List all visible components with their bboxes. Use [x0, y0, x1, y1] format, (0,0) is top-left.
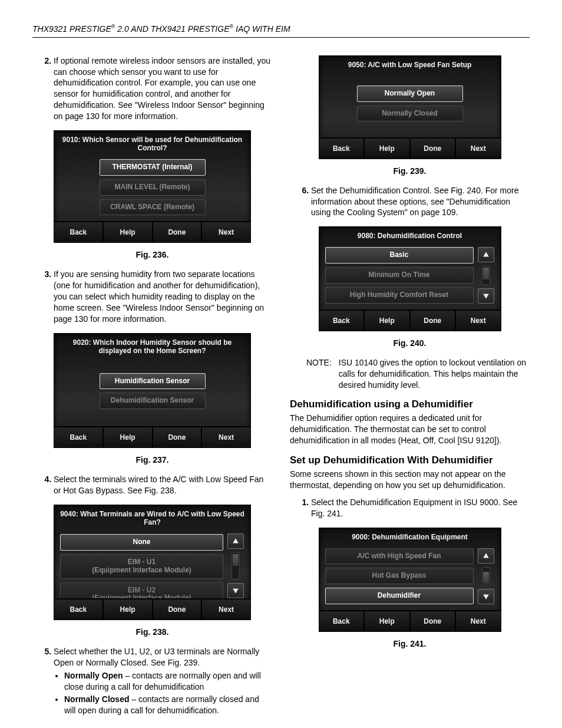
svg-marker-0 — [233, 538, 239, 543]
li5-text: Select whether the U1, U2, or U3 termina… — [54, 647, 259, 667]
option-ac-high-speed-fan[interactable]: A/C with High Speed Fan — [325, 548, 474, 565]
scrollbar[interactable] — [477, 247, 495, 303]
opt-line2: (Equipment Interface Module) — [92, 594, 191, 598]
next-button[interactable]: Next — [202, 427, 250, 447]
li2-text: If optional remote wireless indoor senso… — [54, 56, 270, 121]
back-button[interactable]: Back — [54, 427, 104, 447]
help-button[interactable]: Help — [365, 611, 411, 631]
next-button[interactable]: Next — [456, 611, 501, 631]
paragraph-some-screens: Some screens shown in this section may n… — [290, 469, 530, 491]
help-button[interactable]: Help — [365, 311, 411, 331]
screen-9000: 9000: Dehumidification Equipment A/C wit… — [319, 528, 501, 632]
next-button[interactable]: Next — [456, 139, 501, 159]
opt-line1: EIM - U1 — [128, 558, 156, 566]
scroll-track[interactable] — [232, 552, 240, 579]
navbar: Back Help Done Next — [54, 426, 250, 447]
screen-9080: 9080: Dehumidification Control Basic Min… — [319, 226, 501, 331]
list-item-6: Set the Dehumidification Control. See Fi… — [311, 185, 530, 219]
bullet-normally-open: Normally Open – contacts are normally op… — [64, 670, 272, 693]
chevron-down-icon — [482, 593, 490, 600]
scroll-up-button[interactable] — [227, 533, 244, 549]
svg-marker-5 — [483, 594, 489, 599]
option-minimum-on-time[interactable]: Minimum On Time — [325, 267, 474, 284]
li6-text: Set the Dehumidification Control. See Fi… — [311, 186, 519, 218]
fig-239-caption: Fig. 239. — [290, 166, 530, 176]
chevron-down-icon — [232, 587, 239, 594]
header-text: THX9321 PRESTIGE® 2.0 AND THX9421 PRESTI… — [32, 24, 290, 34]
option-humidification-sensor[interactable]: Humidification Sensor — [100, 373, 206, 390]
fig-241-caption: Fig. 241. — [290, 639, 530, 648]
screen-9040: 9040: What Terminals are Wired to A/C wi… — [54, 505, 251, 620]
option-normally-closed[interactable]: Normally Closed — [357, 106, 463, 122]
help-button[interactable]: Help — [104, 427, 153, 447]
scroll-up-button[interactable] — [478, 548, 494, 564]
option-eim-u1[interactable]: EIM - U1 (Equipment Interface Module) — [60, 554, 223, 579]
screen-title: 9010: Which Sensor will be used for Dehu… — [54, 131, 250, 156]
scroll-down-button[interactable] — [227, 583, 244, 598]
scroll-up-button[interactable] — [478, 247, 494, 262]
option-basic[interactable]: Basic — [325, 247, 474, 263]
chevron-up-icon — [482, 552, 490, 559]
option-none[interactable]: None — [60, 534, 223, 551]
scroll-track[interactable] — [482, 266, 490, 284]
scroll-down-button[interactable] — [478, 589, 494, 604]
svg-marker-4 — [483, 553, 489, 558]
scroll-thumb[interactable] — [483, 268, 489, 279]
opt-line2: (Equipment Interface Module) — [92, 566, 191, 574]
li1-text: Select the Dehumidification Equipment in… — [311, 498, 517, 518]
back-button[interactable]: Back — [319, 311, 365, 331]
back-button[interactable]: Back — [54, 599, 104, 620]
next-button[interactable]: Next — [202, 222, 250, 242]
back-button[interactable]: Back — [319, 139, 365, 159]
help-button[interactable]: Help — [365, 139, 411, 159]
next-button[interactable]: Next — [202, 599, 250, 620]
screen-title: 9000: Dehumidification Equipment — [319, 528, 501, 545]
navbar: Back Help Done Next — [54, 221, 250, 242]
done-button[interactable]: Done — [153, 599, 203, 620]
option-dehumidification-sensor[interactable]: Dehumidification Sensor — [100, 393, 206, 409]
done-button[interactable]: Done — [411, 139, 457, 159]
paragraph-dehumidifier-option: The Dehumidifier option requires a dedic… — [290, 413, 530, 446]
opt-line1: EIM - U2 — [128, 586, 156, 594]
option-main-level-remote[interactable]: MAIN LEVEL (Remote) — [100, 179, 206, 196]
help-button[interactable]: Help — [104, 599, 153, 620]
list-item-4: Select the terminals wired to the A/C wi… — [54, 474, 272, 496]
screen-title: 9050: A/C with Low Speed Fan Setup — [319, 56, 501, 73]
navbar: Back Help Done Next — [54, 598, 250, 620]
fig-240-caption: Fig. 240. — [290, 338, 530, 348]
option-thermostat-internal[interactable]: THERMOSTAT (Internal) — [100, 159, 206, 176]
help-button[interactable]: Help — [104, 222, 153, 242]
option-crawl-space-remote[interactable]: CRAWL SPACE (Remote) — [100, 199, 206, 216]
li3-text: If you are sensing humidity from two sep… — [54, 269, 264, 324]
scrollbar[interactable] — [477, 548, 495, 604]
option-dehumidifier[interactable]: Dehumidifier — [325, 588, 474, 604]
screen-title: 9040: What Terminals are Wired to A/C wi… — [54, 505, 250, 530]
done-button[interactable]: Done — [411, 311, 457, 331]
option-eim-u2[interactable]: EIM - U2 (Equipment Interface Module) — [60, 582, 223, 598]
scroll-track[interactable] — [482, 567, 490, 585]
scroll-down-button[interactable] — [478, 288, 494, 304]
back-button[interactable]: Back — [54, 222, 104, 242]
fig-236-caption: Fig. 236. — [32, 250, 272, 259]
back-button[interactable]: Back — [319, 611, 365, 631]
svg-marker-3 — [483, 294, 489, 298]
note-text: ISU 10140 gives the option to lockout ve… — [339, 357, 530, 391]
option-normally-open[interactable]: Normally Open — [357, 85, 463, 102]
navbar: Back Help Done Next — [319, 610, 501, 631]
done-button[interactable]: Done — [153, 222, 203, 242]
done-button[interactable]: Done — [411, 611, 457, 631]
list-item-2: If optional remote wireless indoor senso… — [54, 55, 272, 122]
chevron-up-icon — [232, 538, 239, 545]
page-header: THX9321 PRESTIGE® 2.0 AND THX9421 PRESTI… — [32, 24, 530, 38]
scroll-thumb[interactable] — [483, 572, 489, 584]
option-high-humidity-comfort-reset[interactable]: High Humidity Comfort Reset — [325, 287, 474, 304]
list-item-3: If you are sensing humidity from two sep… — [54, 269, 272, 324]
fig-238-caption: Fig. 238. — [32, 627, 272, 637]
option-hot-gas-bypass[interactable]: Hot Gas Bypass — [325, 568, 474, 584]
done-button[interactable]: Done — [153, 427, 203, 447]
right-column: 9050: A/C with Low Speed Fan Setup Norma… — [290, 55, 530, 722]
screen-title: 9080: Dehumidification Control — [319, 227, 501, 243]
next-button[interactable]: Next — [456, 311, 501, 331]
scrollbar[interactable] — [227, 533, 244, 598]
scroll-thumb[interactable] — [233, 554, 239, 566]
